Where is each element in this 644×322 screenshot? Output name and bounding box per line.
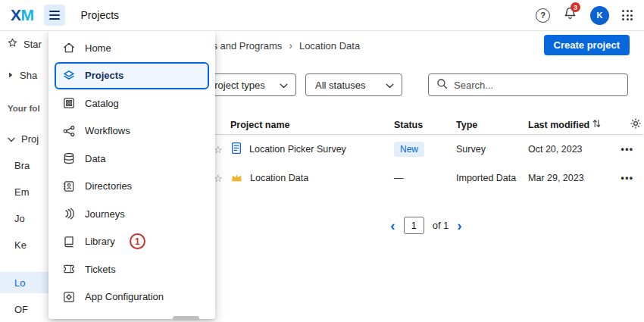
menu-item-label: Home xyxy=(85,42,111,54)
sidebar-folder-label: Em xyxy=(14,186,30,198)
sidebar-folder-label: Bra xyxy=(14,160,30,171)
xm-logo-x: X xyxy=(11,6,21,23)
projects-icon xyxy=(62,69,76,83)
data-icon xyxy=(62,152,76,165)
menu-item-home[interactable]: Home xyxy=(48,34,215,62)
status-empty: — xyxy=(394,173,404,183)
notification-count-badge: 3 xyxy=(571,2,580,12)
search-icon xyxy=(436,78,448,92)
topbar-actions: ? 3 K xyxy=(536,6,633,25)
sidebar-item-label: Sha xyxy=(20,70,37,81)
chevron-down-icon xyxy=(280,80,288,91)
topbar: XM Projects ? 3 K xyxy=(0,0,644,31)
page-count-label: of 1 xyxy=(433,220,449,231)
sidebar-folder-label: Jo xyxy=(14,213,25,224)
menu-item-label: Data xyxy=(85,153,105,164)
menu-item-app-configuration[interactable]: App Configuration xyxy=(48,283,215,311)
breadcrumb-current: Location Data xyxy=(299,40,360,52)
xm-logo[interactable]: XM xyxy=(11,6,34,24)
last-modified: Oct 20, 2023 xyxy=(528,144,611,155)
sidebar-folder-label: Proj xyxy=(21,133,39,145)
sidebar-folder-label: Lo xyxy=(14,277,25,289)
menu-item-label: Journeys xyxy=(85,208,125,220)
xm-logo-m: M xyxy=(21,6,34,23)
sidebar-folder-label: OF xyxy=(14,304,28,315)
help-icon[interactable]: ? xyxy=(536,8,550,23)
gear-icon xyxy=(630,117,642,132)
row-actions-button[interactable]: ••• xyxy=(611,144,643,155)
menu-item-journeys[interactable]: Journeys xyxy=(48,200,215,228)
home-icon xyxy=(62,41,76,55)
column-header-status[interactable]: Status xyxy=(394,120,456,130)
global-navigation-menu: Home Projects Catalog Workflows Data Dir… xyxy=(48,31,215,319)
menu-item-tickets[interactable]: Tickets xyxy=(48,255,215,283)
menu-item-data[interactable]: Data xyxy=(48,145,215,173)
menu-item-directories[interactable]: Directories xyxy=(48,173,215,201)
menu-item-label: Projects xyxy=(85,70,123,81)
chevron-down-icon xyxy=(386,80,394,91)
caret-down-icon xyxy=(8,133,15,145)
table-row[interactable]: ☆ Location Picker Survey New Survey Oct … xyxy=(209,135,643,164)
star-icon xyxy=(8,38,17,50)
menu-item-label: Workflows xyxy=(85,125,130,136)
project-type: Imported Data xyxy=(456,173,528,183)
project-name[interactable]: Location Picker Survey xyxy=(249,144,346,155)
project-name[interactable]: Location Data xyxy=(250,173,308,183)
next-page-button[interactable]: › xyxy=(457,218,461,233)
chevron-right-icon xyxy=(8,70,14,81)
table-row[interactable]: ☆ Location Data — Imported Data Mar 29, … xyxy=(209,164,643,192)
scrollbar-thumb[interactable] xyxy=(173,316,199,320)
menu-item-library[interactable]: Library 1 xyxy=(48,228,215,256)
previous-page-button[interactable]: ‹ xyxy=(390,218,395,233)
apps-grid-icon[interactable] xyxy=(622,10,633,20)
column-header-type[interactable]: Type xyxy=(456,120,528,130)
tickets-icon xyxy=(62,262,76,276)
statuses-dropdown[interactable]: All statuses xyxy=(305,73,402,96)
menu-item-label: App Configuration xyxy=(85,291,164,302)
table-header-row: Project name Status Type Last modified xyxy=(209,115,643,135)
menu-item-label: Library xyxy=(85,236,115,247)
catalog-icon xyxy=(62,96,76,110)
avatar[interactable]: K xyxy=(590,6,609,25)
app-configuration-icon xyxy=(62,290,76,304)
annotation-step-1: 1 xyxy=(130,233,145,249)
library-icon xyxy=(62,235,76,249)
page-title: Projects xyxy=(81,9,120,21)
menu-item-projects[interactable]: Projects xyxy=(55,62,209,90)
sidebar-folder-label: Ke xyxy=(14,239,27,251)
menu-item-catalog[interactable]: Catalog xyxy=(48,89,215,117)
row-actions-button[interactable]: ••• xyxy=(611,173,643,183)
directories-icon xyxy=(62,180,76,193)
pagination: ‹ of 1 › xyxy=(209,217,643,234)
statuses-value: All statuses xyxy=(315,80,365,91)
create-project-button[interactable]: Create project xyxy=(544,35,630,55)
table-settings-button[interactable] xyxy=(611,117,643,132)
menu-item-label: Directories xyxy=(85,180,132,192)
search-box xyxy=(428,73,628,96)
imported-data-icon xyxy=(230,171,243,186)
survey-icon xyxy=(230,142,242,157)
notifications-button[interactable]: 3 xyxy=(563,6,577,24)
sidebar-item-label: Star xyxy=(23,39,42,50)
column-header-modified[interactable]: Last modified xyxy=(528,119,611,130)
status-badge: New xyxy=(394,142,424,157)
workflows-icon xyxy=(62,124,76,138)
journeys-icon xyxy=(62,207,76,220)
last-modified: Mar 29, 2023 xyxy=(528,173,611,183)
projects-table: Project name Status Type Last modified ☆… xyxy=(209,115,643,192)
menu-item-label: Catalog xyxy=(85,98,119,109)
sort-icon[interactable] xyxy=(592,119,601,130)
search-input[interactable] xyxy=(454,80,620,91)
column-header-name[interactable]: Project name xyxy=(230,120,394,130)
page-number-input[interactable] xyxy=(404,217,424,234)
hamburger-menu-button[interactable] xyxy=(44,5,65,26)
breadcrumb-separator-icon: › xyxy=(289,39,292,52)
project-type: Survey xyxy=(456,144,528,155)
menu-item-workflows[interactable]: Workflows xyxy=(48,117,215,145)
menu-item-label: Tickets xyxy=(85,264,116,275)
